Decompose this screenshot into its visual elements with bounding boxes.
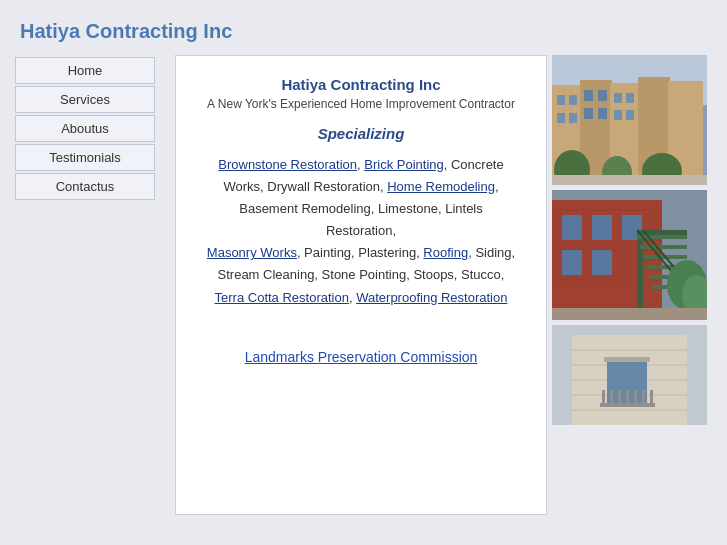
page-wrapper: Hatiya Contracting Inc Home Services Abo…	[0, 0, 727, 525]
company-name: Hatiya Contracting Inc	[206, 76, 516, 93]
svg-rect-34	[592, 215, 612, 240]
services-text: Brownstone Restoration, Brick Pointing, …	[206, 154, 516, 309]
svg-rect-13	[584, 108, 593, 119]
masonry-works-link[interactable]: Masonry Works	[207, 245, 297, 260]
svg-rect-50	[552, 308, 707, 320]
svg-rect-18	[626, 110, 634, 120]
company-tagline: A New York's Experienced Home Improvemen…	[206, 97, 516, 111]
specializing-heading: Specializing	[206, 125, 516, 142]
svg-rect-67	[650, 390, 653, 404]
svg-rect-7	[557, 95, 565, 105]
site-title: Hatiya Contracting Inc	[15, 10, 712, 55]
svg-rect-10	[569, 113, 577, 123]
svg-rect-11	[584, 90, 593, 101]
waterproofing-link[interactable]: Waterproofing Restoration	[356, 290, 507, 305]
svg-rect-9	[557, 113, 565, 123]
roofing-link[interactable]: Roofing	[423, 245, 468, 260]
svg-rect-17	[614, 110, 622, 120]
svg-rect-61	[602, 390, 605, 404]
svg-rect-59	[604, 357, 650, 362]
nav-home[interactable]: Home	[15, 57, 155, 84]
home-remodeling-link[interactable]: Home Remodeling	[387, 179, 495, 194]
photo-detail	[552, 325, 707, 425]
brick-pointing-link[interactable]: Brick Pointing	[364, 157, 443, 172]
svg-rect-38	[637, 230, 643, 320]
content-area: Hatiya Contracting Inc A New York's Expe…	[175, 55, 547, 515]
svg-rect-66	[642, 390, 645, 404]
photo-stairs	[552, 190, 707, 320]
svg-rect-15	[614, 93, 622, 103]
landmarks-link[interactable]: Landmarks Preservation Commission	[206, 349, 516, 365]
svg-rect-33	[562, 215, 582, 240]
svg-rect-8	[569, 95, 577, 105]
brownstone-restoration-link[interactable]: Brownstone Restoration	[218, 157, 357, 172]
svg-rect-63	[618, 390, 621, 404]
nav-aboutus[interactable]: Aboutus	[15, 115, 155, 142]
nav-services[interactable]: Services	[15, 86, 155, 113]
main-layout: Home Services Aboutus Testimonials Conta…	[15, 55, 712, 515]
svg-rect-14	[598, 108, 607, 119]
svg-rect-37	[592, 250, 612, 275]
nav-testimonials[interactable]: Testimonials	[15, 144, 155, 171]
svg-rect-41	[640, 245, 687, 249]
svg-rect-64	[626, 390, 629, 404]
terra-cotta-link[interactable]: Terra Cotta Restoration	[215, 290, 349, 305]
nav-contactus[interactable]: Contactus	[15, 173, 155, 200]
svg-rect-65	[634, 390, 637, 404]
svg-rect-16	[626, 93, 634, 103]
sidebar: Home Services Aboutus Testimonials Conta…	[15, 55, 175, 515]
svg-rect-36	[562, 250, 582, 275]
svg-rect-12	[598, 90, 607, 101]
photos-column	[552, 55, 712, 515]
photo-brownstone	[552, 55, 707, 185]
svg-rect-62	[610, 390, 613, 404]
svg-rect-22	[552, 175, 707, 185]
